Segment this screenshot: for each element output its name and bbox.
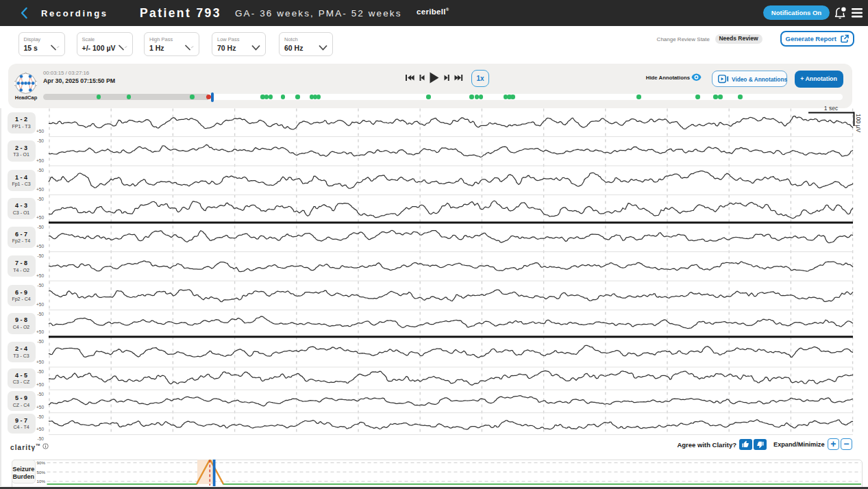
svg-text:-50: -50	[38, 283, 45, 288]
svg-text:-50: -50	[38, 339, 45, 344]
svg-text:+50: +50	[36, 329, 44, 334]
svg-text:+50: +50	[36, 244, 44, 249]
svg-text:+50: +50	[36, 382, 44, 387]
svg-text:1 sec: 1 sec	[824, 105, 839, 112]
svg-text:-50: -50	[38, 197, 45, 201]
svg-text:+50: +50	[36, 302, 44, 307]
svg-text:-50: -50	[38, 436, 45, 441]
svg-text:+50: +50	[36, 360, 44, 364]
svg-text:-50: -50	[38, 138, 45, 143]
svg-text:+50: +50	[36, 405, 44, 410]
svg-text:-50: -50	[38, 225, 45, 229]
svg-text:-50: -50	[38, 414, 45, 419]
svg-text:+50: +50	[36, 158, 44, 163]
svg-text:-50: -50	[38, 253, 45, 258]
svg-text:+50: +50	[36, 273, 44, 278]
svg-text:+50: +50	[36, 129, 44, 134]
svg-text:+50: +50	[36, 215, 44, 220]
svg-text:100 µV: 100 µV	[855, 114, 862, 132]
svg-text:+50: +50	[36, 427, 44, 431]
svg-text:-50: -50	[38, 312, 45, 316]
svg-text:-50: -50	[38, 168, 45, 173]
svg-text:-50: -50	[38, 369, 45, 374]
svg-text:-50: -50	[38, 392, 45, 397]
svg-text:+50: +50	[36, 187, 44, 192]
